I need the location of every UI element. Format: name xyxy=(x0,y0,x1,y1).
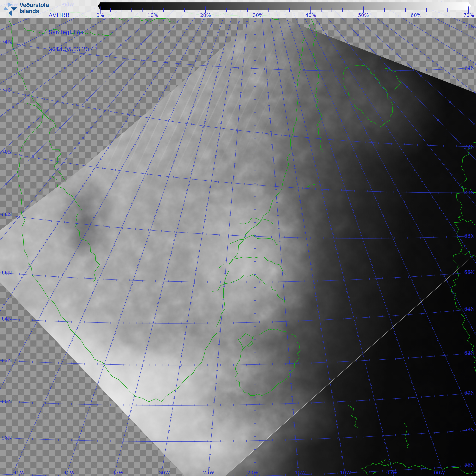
left-latitude-label: 68N xyxy=(2,212,12,217)
left-latitude-label: 72N xyxy=(2,87,12,92)
bottom-longitude-label: 35W xyxy=(112,470,123,476)
colorbar-minor-tick xyxy=(289,8,290,12)
meridian-25E xyxy=(327,2,476,476)
meridian-45E xyxy=(404,2,476,328)
coastline-jan-mayen xyxy=(307,184,316,187)
left-latitude-label: 64N xyxy=(2,316,12,322)
map-overlay: 95W90W85W80W75W70W65W60W55W50W45W40W35W3… xyxy=(0,0,476,476)
right-latitude-label: 62N xyxy=(464,350,475,356)
meridian-ticks-25E xyxy=(327,2,476,476)
parallel-ticks-72N xyxy=(0,89,476,147)
colorbar-minor-tick xyxy=(458,8,458,12)
colorbar-percent-label: 20% xyxy=(196,12,215,18)
colorbar-minor-tick xyxy=(237,8,237,12)
meridian-70W xyxy=(0,2,170,476)
colorbar-minor-tick xyxy=(332,8,332,12)
left-latitude-label: 62N xyxy=(2,358,12,363)
meridian-15E xyxy=(305,2,476,476)
meridian-ticks-05W xyxy=(274,2,449,476)
meridian-60W xyxy=(0,2,193,476)
colorbar-major-tick xyxy=(100,6,101,13)
parallel-ticks-68N xyxy=(0,214,476,238)
colorbar-minor-tick xyxy=(216,8,216,12)
colorbar-minor-tick xyxy=(195,8,195,12)
bottom-longitude-label: 15W xyxy=(295,470,306,476)
meridian-ticks-70W xyxy=(0,2,170,476)
colorbar-minor-tick xyxy=(226,8,227,12)
bottom-longitude-label: 10W xyxy=(340,470,351,476)
product-channel: Sýnilegt ljós xyxy=(49,29,98,35)
meridian-35E xyxy=(355,2,476,434)
colorbar-major-tick xyxy=(416,6,416,13)
meridian-20E xyxy=(315,2,476,476)
right-latitude-label: 74N xyxy=(464,65,475,71)
coastline-shetland xyxy=(404,423,408,448)
colorbar-minor-tick xyxy=(321,8,322,12)
right-latitude-label: 68N xyxy=(464,233,475,239)
meridian-10W xyxy=(268,2,384,476)
meridian-ticks-00W xyxy=(281,2,476,476)
product-datetime: 2014.05.03 20:43 xyxy=(49,46,98,52)
meridian-ticks-35E xyxy=(355,2,476,434)
bottom-longitude-label: 45W xyxy=(14,470,25,476)
coastline-norway-fjords-2 xyxy=(460,217,476,225)
right-latitude-label: 70N xyxy=(464,190,475,196)
colorbar-percent-label: 10% xyxy=(143,12,163,18)
colorbar-minor-tick xyxy=(437,8,437,12)
coastline-orkney xyxy=(381,460,391,466)
right-latitude-label: 64N xyxy=(464,306,475,312)
coastline-ne-greenland-coast xyxy=(311,19,323,152)
colorbar-major-tick xyxy=(468,6,469,13)
meridian-ticks-45E xyxy=(404,2,476,328)
colorbar-major-tick xyxy=(258,6,258,13)
coastline-west-greenland-fjords-2 xyxy=(52,176,100,283)
meridian-05W xyxy=(274,2,449,476)
colorbar-minor-tick xyxy=(184,8,185,12)
meridian-ticks-60W xyxy=(0,2,193,476)
colorbar-major-tick xyxy=(205,6,206,13)
colorbar-minor-tick xyxy=(121,8,121,12)
meridian-ticks-50E xyxy=(441,2,476,273)
meridian-ticks-15E xyxy=(305,2,476,476)
coastline-hebrides xyxy=(364,470,376,475)
colorbar-minor-tick xyxy=(342,8,342,12)
colorbar-minor-tick xyxy=(247,8,248,12)
colorbar-percent-label: 70% xyxy=(459,12,476,18)
parallel-ticks-62N xyxy=(0,353,476,365)
colorbar-minor-tick xyxy=(395,8,395,12)
bottom-longitude-label: 30W xyxy=(159,470,170,476)
colorbar-ticks: 0%10%20%30%40%50%60%70% xyxy=(0,0,476,18)
coastline-svalbard xyxy=(343,65,393,127)
colorbar-minor-tick xyxy=(300,8,300,12)
coastline-east-greenland-fjords xyxy=(230,235,281,245)
meridian-ticks-10W xyxy=(268,2,384,476)
coastline-faroe-islands xyxy=(348,406,358,428)
colorbar-minor-tick xyxy=(110,8,111,12)
colorbar-minor-tick xyxy=(447,8,448,12)
right-latitude-label: 60N xyxy=(464,390,475,396)
colorbar-percent-label: 30% xyxy=(248,12,268,18)
parallel-72N xyxy=(0,89,476,147)
bottom-longitude-label: 40W xyxy=(63,470,75,476)
parallel-ticks-58N xyxy=(0,430,476,442)
coastline-scotland xyxy=(362,462,476,474)
meridian-ticks-95W xyxy=(0,2,13,217)
coastline-iceland xyxy=(235,329,300,396)
meridian-ticks-40E xyxy=(377,2,476,381)
left-latitude-label: 58N xyxy=(2,435,12,441)
right-latitude-label: 72N xyxy=(464,144,475,150)
colorbar-minor-tick xyxy=(374,8,374,12)
colorbar-percent-label: 0% xyxy=(90,12,110,18)
right-latitude-label: 56N xyxy=(464,462,475,468)
colorbar-minor-tick xyxy=(384,8,385,12)
meridian-95W xyxy=(0,2,13,217)
coastline-norway-fjords-3 xyxy=(461,251,476,257)
left-latitude-label: 74N xyxy=(2,39,12,45)
left-latitude-label: 66N xyxy=(2,270,12,276)
left-latitude-label: 70N xyxy=(2,149,12,155)
coastline-greenland-coast xyxy=(9,14,310,402)
colorbar-percent-label: 50% xyxy=(354,12,373,18)
meridian-40E xyxy=(377,2,476,381)
coastline-east-greenland-fjords-2 xyxy=(240,218,273,224)
meridian-ticks-15W xyxy=(261,2,317,476)
